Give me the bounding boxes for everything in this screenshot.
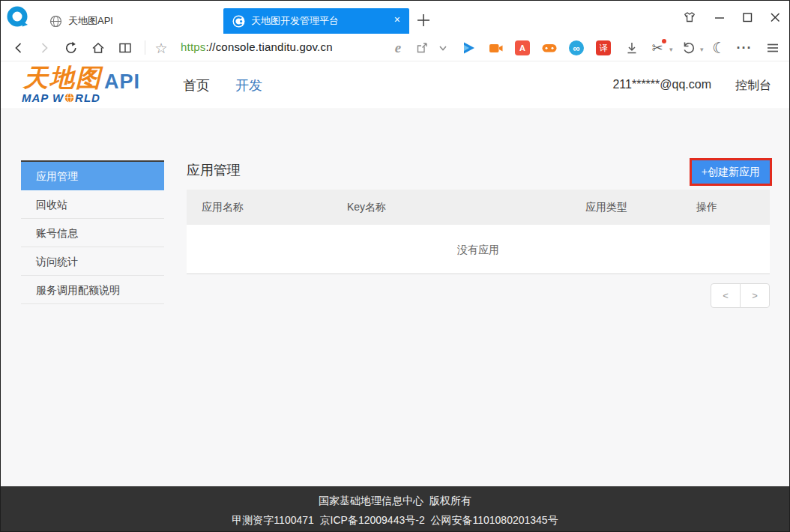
refresh-icon <box>64 40 79 55</box>
toolbar-divider <box>145 40 145 55</box>
tab-bar: 天地图API 天地图开发管理平台 × <box>1 1 789 34</box>
video-play-extension-button[interactable] <box>459 39 477 57</box>
game-center-extension-button[interactable] <box>540 39 558 57</box>
refresh-button[interactable] <box>62 39 80 57</box>
table-header-row: 应用名称 Key名称 应用类型 操作 <box>187 190 770 225</box>
sidebar-item-access-stats[interactable]: 访问统计 <box>21 247 164 276</box>
annotation-highlight-box: +创建新应用 <box>690 158 772 186</box>
close-icon <box>768 10 782 24</box>
pagination-next-button[interactable]: > <box>740 283 770 308</box>
download-icon <box>624 40 639 55</box>
gamepad-icon <box>541 40 558 56</box>
translate-extension-button[interactable]: 译 <box>594 39 612 57</box>
window-minimize-button[interactable] <box>708 8 731 26</box>
sidebar-item-account-info[interactable]: 账号信息 <box>21 219 164 247</box>
screenshot-button[interactable]: ✂ <box>648 39 666 57</box>
forward-icon <box>37 41 51 55</box>
ie-icon: e <box>395 40 401 56</box>
undo-closed-tab-button[interactable] <box>680 39 698 57</box>
home-button[interactable] <box>89 39 107 57</box>
column-app-type: 应用类型 <box>570 201 681 214</box>
tianditu-logo-en[interactable]: MAP W RLD <box>22 91 100 104</box>
sidebar-menu: 应用管理 回收站 账号信息 访问统计 服务调用配额说明 <box>21 160 164 304</box>
window-maximize-button[interactable] <box>736 8 759 26</box>
main-menu-button[interactable] <box>764 39 782 57</box>
screenshot-dropdown-caret[interactable]: ▾ <box>669 46 673 53</box>
nav-home-link[interactable]: 首页 <box>183 76 210 94</box>
tianditu-logo-cn[interactable]: 天地图 <box>23 61 102 95</box>
footer-licenses: 甲测资字1100471 京ICP备12009443号-2 公网安备1101080… <box>1 514 789 528</box>
sidebar-item-recycle-bin[interactable]: 回收站 <box>21 190 164 219</box>
share-button[interactable] <box>413 39 431 57</box>
app-store-extension-button[interactable]: A <box>513 39 531 57</box>
ellipsis-icon: ··· <box>737 41 753 55</box>
browser-window: 天地图API 天地图开发管理平台 × <box>0 0 790 532</box>
globe-icon <box>49 15 62 28</box>
scissors-icon: ✂ <box>651 41 663 55</box>
tab-title: 天地图API <box>68 14 113 28</box>
notification-dot <box>662 39 666 43</box>
moon-icon: ☾ <box>712 40 726 55</box>
undo-dropdown-caret[interactable]: ▾ <box>700 46 704 53</box>
site-footer: 国家基础地理信息中心 版权所有 甲测资字1100471 京ICP备1200944… <box>1 486 789 532</box>
column-actions: 操作 <box>681 201 770 214</box>
appstore-icon: A <box>515 40 530 55</box>
column-key-name: Key名称 <box>332 201 570 214</box>
footer-copyright: 国家基础地理信息中心 版权所有 <box>1 495 789 508</box>
camera-icon <box>488 40 504 56</box>
tianditu-favicon-icon <box>232 15 245 28</box>
share-icon <box>415 41 429 55</box>
chevron-down-icon <box>438 43 448 53</box>
reading-mode-button[interactable] <box>116 39 134 57</box>
downloads-button[interactable] <box>623 39 641 57</box>
tab-title: 天地图开发管理平台 <box>251 14 339 28</box>
empty-state-message: 没有应用 <box>187 225 770 274</box>
more-tools-button[interactable]: ··· <box>735 39 753 57</box>
browser-toolbar: ☆ https://console.tianditu.gov.cn e <box>1 34 789 61</box>
sidebar-item-quota-info[interactable]: 服务调用配额说明 <box>21 276 164 304</box>
pagination-prev-button[interactable]: < <box>711 283 741 308</box>
logo-en-prefix: MAP W <box>22 91 64 104</box>
translate-icon: 译 <box>596 40 611 55</box>
maximize-icon <box>741 10 754 24</box>
url-host: ://console.tianditu.gov.cn <box>206 40 333 53</box>
book-icon <box>118 40 133 55</box>
minimize-icon <box>713 10 726 24</box>
new-tab-button[interactable] <box>414 11 432 29</box>
video-capture-extension-button[interactable] <box>486 39 504 57</box>
column-app-name: 应用名称 <box>187 201 332 214</box>
night-mode-button[interactable]: ☾ <box>710 39 728 57</box>
infinity-icon: ∞ <box>569 40 584 55</box>
site-header: 天地图 MAP W RLD API 首页 开发 211******@qq.com… <box>1 61 789 109</box>
forward-button[interactable] <box>35 39 53 57</box>
back-icon <box>12 41 25 55</box>
hamburger-menu-icon <box>765 40 780 55</box>
theme-skin-button[interactable] <box>678 8 701 26</box>
create-new-app-button[interactable]: +创建新应用 <box>692 160 770 184</box>
tab-tianditu-api[interactable]: 天地图API <box>42 8 218 34</box>
tab-close-icon[interactable]: × <box>394 13 400 25</box>
tab-tianditu-console[interactable]: 天地图开发管理平台 × <box>223 8 409 34</box>
window-close-button[interactable] <box>764 8 786 26</box>
play-icon <box>461 40 476 55</box>
page-content: 应用管理 回收站 账号信息 访问统计 服务调用配额说明 应用管理 +创建新应用 … <box>1 110 789 486</box>
home-icon <box>91 40 106 55</box>
logo-api-label: API <box>104 70 140 94</box>
infinity-extension-button[interactable]: ∞ <box>567 39 585 57</box>
ie-compat-button[interactable]: e <box>389 39 407 57</box>
nav-develop-link[interactable]: 开发 <box>235 76 262 94</box>
undo-icon <box>681 40 696 55</box>
logo-en-suffix: RLD <box>75 91 100 104</box>
qq-browser-logo-icon[interactable] <box>7 6 29 28</box>
url-protocol: https <box>181 40 206 53</box>
bookmark-star-button[interactable]: ☆ <box>152 39 170 57</box>
account-email[interactable]: 211******@qq.com <box>612 78 711 91</box>
address-bar[interactable]: https://console.tianditu.gov.cn <box>181 40 333 53</box>
back-button[interactable] <box>10 39 28 57</box>
logo-globe-icon <box>64 93 74 103</box>
sidebar-item-app-management[interactable]: 应用管理 <box>21 162 164 190</box>
star-icon: ☆ <box>154 41 167 55</box>
address-dropdown-button[interactable] <box>434 39 452 57</box>
console-link[interactable]: 控制台 <box>735 78 771 94</box>
tshirt-icon <box>682 10 697 25</box>
